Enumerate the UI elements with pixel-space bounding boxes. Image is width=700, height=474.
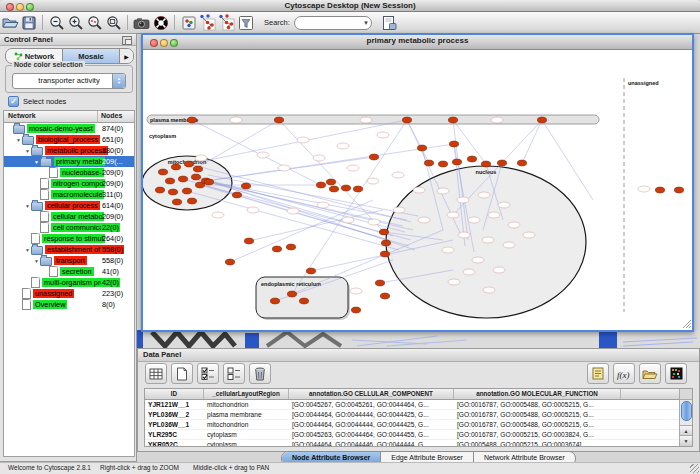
save-icon[interactable] [19,13,38,32]
network-label-node[interactable] [392,172,404,178]
network-node[interactable] [158,169,167,175]
resize-grip[interactable] [690,464,699,473]
network-node[interactable] [326,179,335,185]
network-label-node[interactable] [503,242,515,248]
function-builder-icon[interactable]: f(x) [613,363,635,384]
network-canvas[interactable]: plasma membranecytoplasmmitochondrionnuc… [143,50,692,330]
network-label-node[interactable] [278,165,290,171]
network-node[interactable] [380,293,389,299]
table-scrollbar[interactable]: ▲ ▼ [679,389,692,446]
network-node[interactable] [306,268,315,274]
network-label-node[interactable] [342,217,354,223]
zoom-out-icon[interactable] [47,13,66,32]
network-label-node[interactable] [195,155,207,161]
zoom-selected-icon[interactable] [85,13,104,32]
network-node[interactable] [270,298,279,304]
tree-row-cell-communicat[interactable]: cell communicat22(0) [4,222,134,233]
network-label-node[interactable] [498,202,510,208]
network-node[interactable] [155,187,164,193]
tree-row-response-to-stimul[interactable]: response to stimul264(0) [4,233,134,244]
vizmapper-icon[interactable] [179,13,198,32]
network-label-node[interactable] [448,279,460,285]
network-label-node[interactable] [368,219,380,225]
network-node[interactable] [287,291,296,297]
network-node[interactable] [380,251,389,257]
column-header-3[interactable]: annotation.GO CELLULAR_COMPONENT [289,389,454,399]
network-node[interactable] [369,154,378,160]
network-label-node[interactable] [212,212,224,218]
search-input[interactable]: ▼ [294,16,372,30]
scrollbar-thumb[interactable] [681,401,692,421]
network-label-node[interactable] [377,132,389,138]
network-label-node[interactable] [360,117,372,123]
network-label-node[interactable] [367,178,379,184]
network-node[interactable] [537,117,546,123]
network-node[interactable] [232,192,241,198]
network-label-node[interactable] [447,212,459,218]
tree-row-multi-organism-pro[interactable]: multi-organism pro42(0) [4,277,134,288]
network-label-node[interactable] [508,222,520,228]
network-node[interactable] [329,186,338,192]
network-node[interactable] [172,199,181,205]
network-node[interactable] [225,259,234,265]
import-attributes-icon[interactable] [639,363,661,384]
column-header-4[interactable]: annotation.GO MOLECULAR_FUNCTION [454,389,621,399]
tree-expand-arrow[interactable]: ▼ [24,203,31,209]
network-node[interactable] [467,156,476,162]
select-attributes-icon[interactable] [197,363,219,384]
tree-expand-arrow[interactable]: ▼ [24,247,31,253]
network-node[interactable] [244,238,253,244]
network-node[interactable] [375,280,384,286]
network-label-node[interactable] [463,269,475,275]
table-row[interactable]: YJR121W__1mitochondrion[GO:0045267, GO:0… [145,400,680,410]
scroll-down-button[interactable]: ▼ [680,435,692,446]
network-label-node[interactable] [491,117,503,123]
network-node[interactable] [452,159,461,165]
zoom-in-icon[interactable] [66,13,85,32]
network-label-node[interactable] [317,202,329,208]
tree-row-biological-process[interactable]: ▼biological_process651(0) [4,134,134,145]
network-label-node[interactable] [493,267,505,273]
network-node[interactable] [316,182,325,188]
network-label-node[interactable] [488,212,500,218]
float-panel-icon[interactable] [122,36,132,45]
network-label-node[interactable] [638,186,650,192]
network-label-node[interactable] [482,237,494,243]
column-header-2[interactable]: _cellularLayoutRegion [204,389,289,399]
network-node[interactable] [379,229,388,235]
network-label-node[interactable] [472,257,484,263]
tree-expand-arrow[interactable]: ▼ [24,148,31,154]
network-label-node[interactable] [257,152,269,158]
advanced-search-icon[interactable] [380,13,399,32]
network-node[interactable] [674,187,683,193]
open-icon[interactable] [0,13,19,32]
network-node[interactable] [497,160,506,166]
network-label-node[interactable] [468,217,480,223]
network-node[interactable] [341,185,350,191]
column-header-1[interactable]: ID [145,389,204,399]
tree-expand-arrow[interactable]: ▼ [15,137,22,143]
table-mode-icon[interactable] [145,363,167,384]
network-label-node[interactable] [442,247,454,253]
network-label-node[interactable] [297,137,309,143]
network-node[interactable] [272,246,281,252]
network-label-node[interactable] [418,217,430,223]
tree-row-overview[interactable]: Overview8(0) [4,299,134,310]
network-node[interactable] [193,166,202,172]
network-label-node[interactable] [483,287,495,293]
network-label-node[interactable] [313,155,325,161]
network-node[interactable] [351,307,360,313]
tree-expand-arrow[interactable]: ▼ [33,258,40,264]
network-node[interactable] [274,117,283,123]
network-label-node[interactable] [287,208,299,214]
tree-row-cellular-process[interactable]: ▼cellular process614(0) [4,200,134,211]
help-lifesaver-icon[interactable] [151,13,170,32]
network-node[interactable] [191,174,200,180]
network-label-node[interactable] [230,117,242,123]
tree-row-nitrogen-compo[interactable]: nitrogen compo209(0) [4,178,134,189]
network-label-node[interactable] [347,165,359,171]
table-row[interactable]: YLR295Ccytoplasm[GO:0045263, GO:0044464,… [145,430,680,440]
tree-expand-arrow[interactable]: ▼ [33,159,40,165]
network-node[interactable] [187,198,196,204]
network-label-node[interactable] [458,232,470,238]
